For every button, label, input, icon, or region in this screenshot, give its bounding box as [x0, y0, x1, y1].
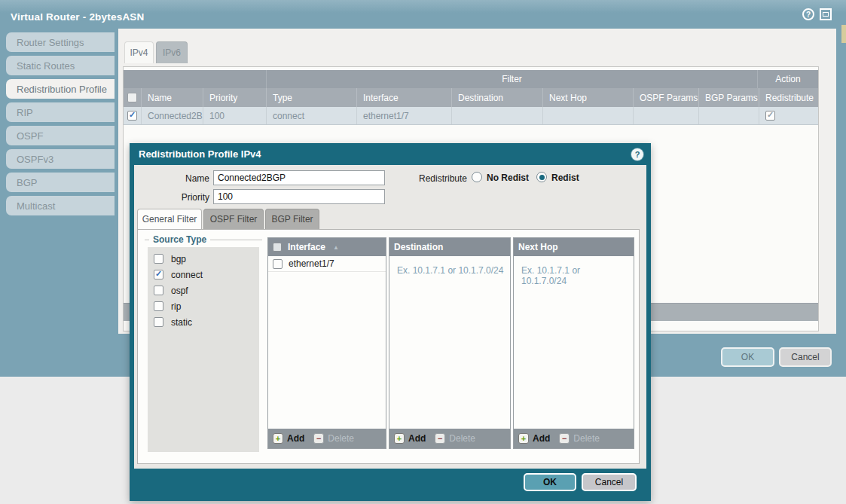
- interface-add-button[interactable]: + Add: [273, 433, 304, 444]
- add-icon: +: [273, 433, 283, 444]
- sidebar-item-ospfv3[interactable]: OSPFv3: [6, 149, 115, 169]
- column-header-priority[interactable]: Priority: [203, 88, 266, 107]
- sidebar: Router Settings Static Routes Redistribu…: [6, 32, 115, 215]
- dialog-ok-button[interactable]: OK: [721, 347, 774, 367]
- cell-ospf-params: [633, 107, 698, 124]
- tab-ipv4[interactable]: IPv4: [124, 41, 154, 63]
- interface-list-footer: + Add − Delete: [268, 429, 386, 448]
- no-redist-radio-label[interactable]: No Redist: [487, 173, 529, 183]
- connect-checkbox[interactable]: ✓: [154, 270, 163, 279]
- tab-ipv6[interactable]: IPv6: [156, 41, 188, 63]
- source-type-option-rip[interactable]: rip: [148, 298, 259, 314]
- source-type-option-ospf[interactable]: ospf: [148, 283, 259, 298]
- underlying-page-fragment: [841, 25, 846, 43]
- redistribute-label: Redistribute: [402, 173, 467, 185]
- sidebar-item-static-routes[interactable]: Static Routes: [6, 56, 115, 75]
- redistribution-profile-modal: Redistribution Profile IPv4 ? Name Redis…: [130, 143, 651, 501]
- source-type-option-static[interactable]: static: [148, 314, 259, 330]
- interface-list-header[interactable]: Interface ▲: [268, 238, 386, 256]
- column-header-next-hop[interactable]: Next Hop: [542, 88, 633, 107]
- static-checkbox[interactable]: [154, 317, 163, 327]
- redist-radio-label[interactable]: Redist: [551, 173, 579, 183]
- select-all-cell: [124, 88, 141, 107]
- sidebar-item-redistribution-profile[interactable]: Redistribution Profile: [6, 79, 115, 99]
- dialog-titlebar: Virtual Router - 2bytesASN: [0, 0, 846, 29]
- next-hop-list: Next Hop Ex. 10.1.7.1 or 10.1.7.0/24 + A…: [513, 237, 634, 449]
- column-header-redistribute[interactable]: Redistribute: [759, 88, 818, 107]
- next-hop-list-header[interactable]: Next Hop: [514, 238, 634, 256]
- tab-general-filter[interactable]: General Filter: [137, 209, 202, 229]
- destination-placeholder: Ex. 10.1.7.1 or 10.1.7.0/24: [389, 256, 510, 276]
- dialog-title: Virtual Router - 2bytesASN: [11, 11, 145, 23]
- list-item[interactable]: ethernet1/7: [268, 256, 386, 272]
- tab-ospf-filter[interactable]: OSPF Filter: [203, 209, 264, 229]
- redist-radio[interactable]: [536, 172, 547, 182]
- interface-delete-button[interactable]: − Delete: [313, 433, 354, 444]
- next-hop-list-footer: + Add − Delete: [514, 429, 634, 448]
- source-type-option-bgp[interactable]: bgp: [148, 251, 259, 267]
- dialog-cancel-button[interactable]: Cancel: [779, 347, 832, 367]
- modal-help-icon[interactable]: ?: [631, 148, 643, 160]
- sidebar-item-multicast[interactable]: Multicast: [6, 196, 115, 215]
- cell-name[interactable]: Connected2B...: [141, 107, 203, 124]
- sidebar-item-rip[interactable]: RIP: [6, 102, 115, 122]
- column-header-name[interactable]: Name: [141, 88, 203, 107]
- cell-priority: 100: [203, 107, 266, 124]
- cell-next-hop: [542, 107, 633, 124]
- priority-label: Priority: [134, 191, 209, 203]
- modal-titlebar: Redistribution Profile IPv4 ?: [130, 143, 651, 165]
- delete-icon: −: [313, 433, 324, 444]
- interface-select-all-checkbox[interactable]: [273, 243, 282, 252]
- help-icon[interactable]: ?: [802, 8, 814, 20]
- source-type-option-connect[interactable]: ✓ connect: [148, 267, 259, 283]
- column-header-destination[interactable]: Destination: [451, 88, 542, 107]
- no-redist-radio[interactable]: [472, 172, 482, 182]
- column-header-ospf-params[interactable]: OSPF Params: [633, 88, 698, 107]
- name-field[interactable]: [213, 170, 385, 185]
- redistribute-checkbox: ✓: [765, 111, 775, 121]
- select-all-checkbox[interactable]: [127, 93, 137, 102]
- column-header-type[interactable]: Type: [266, 88, 356, 107]
- group-header-action: Action: [757, 70, 818, 88]
- cell-type: connect: [266, 107, 356, 124]
- source-type-legend: Source Type: [145, 234, 262, 245]
- next-hop-delete-button[interactable]: − Delete: [559, 433, 600, 444]
- bgp-checkbox[interactable]: [154, 254, 163, 264]
- interface-list: Interface ▲ ethernet1/7 + Add: [267, 237, 386, 449]
- table-row[interactable]: ✓ Connected2B... 100 connect ethernet1/7…: [124, 107, 818, 125]
- destination-delete-button[interactable]: − Delete: [435, 433, 475, 444]
- tab-bgp-filter[interactable]: BGP Filter: [265, 209, 319, 229]
- destination-add-button[interactable]: + Add: [394, 433, 426, 444]
- cell-interface: ethernet1/7: [356, 107, 451, 124]
- group-header-filter: Filter: [266, 70, 757, 88]
- add-icon: +: [518, 433, 529, 444]
- cell-bgp-params: [698, 107, 759, 124]
- sidebar-item-ospf[interactable]: OSPF: [6, 126, 115, 145]
- table-group-header-row: Filter Action: [124, 70, 818, 88]
- destination-list-header[interactable]: Destination: [389, 238, 510, 256]
- priority-field[interactable]: [213, 189, 385, 204]
- rip-checkbox[interactable]: [154, 301, 163, 311]
- delete-icon: −: [559, 433, 570, 444]
- next-hop-add-button[interactable]: + Add: [518, 433, 550, 444]
- modal-ok-button[interactable]: OK: [524, 473, 576, 491]
- ethernet-checkbox[interactable]: [273, 259, 283, 269]
- modal-body: Name Redistribute No Redist Redist Prior…: [134, 165, 646, 469]
- next-hop-list-body[interactable]: Ex. 10.1.7.1 or 10.1.7.0/24: [514, 256, 634, 429]
- row-checkbox[interactable]: ✓: [127, 111, 137, 121]
- destination-list-footer: + Add − Delete: [389, 429, 510, 448]
- ospf-checkbox[interactable]: [154, 286, 163, 295]
- column-header-bgp-params[interactable]: BGP Params: [698, 88, 759, 107]
- column-header-interface[interactable]: Interface: [356, 88, 451, 107]
- source-type-list: bgp ✓ connect ospf rip: [148, 247, 259, 452]
- name-label: Name: [134, 173, 209, 185]
- destination-list-body[interactable]: Ex. 10.1.7.1 or 10.1.7.0/24: [389, 256, 510, 429]
- delete-icon: −: [435, 433, 445, 444]
- window-resize-icon[interactable]: [820, 8, 832, 20]
- interface-list-body: ethernet1/7: [268, 256, 386, 429]
- modal-title: Redistribution Profile IPv4: [139, 148, 631, 160]
- sidebar-item-router-settings[interactable]: Router Settings: [6, 32, 115, 52]
- group-header-blank: [124, 70, 266, 88]
- modal-cancel-button[interactable]: Cancel: [582, 473, 637, 491]
- sidebar-item-bgp[interactable]: BGP: [6, 173, 115, 192]
